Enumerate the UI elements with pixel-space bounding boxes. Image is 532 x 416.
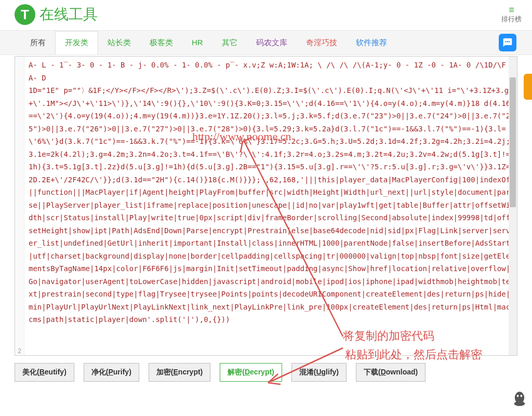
svg-point-1 <box>507 41 509 43</box>
logo-area[interactable]: T 在线工具 <box>15 4 98 25</box>
decrypt-button[interactable]: 解密(Decrypt) <box>220 363 282 382</box>
nav-item[interactable]: 软件推荐 <box>347 32 396 54</box>
line-gutter: 2 <box>15 57 24 355</box>
header: T 在线工具 ≡ 排行榜 <box>0 0 532 30</box>
scrollbar-thumb[interactable] <box>510 77 516 207</box>
rank-label: 排行榜 <box>501 15 522 24</box>
line-number: 2 <box>18 347 21 355</box>
nav-item[interactable]: 码农文库 <box>247 32 297 54</box>
button-row: 美化(Beutify) 净化(Purify) 加密(Encrypt) 解密(De… <box>0 356 532 389</box>
rank-icon: ≡ <box>501 5 522 15</box>
nav-item[interactable]: 所有 <box>21 32 55 54</box>
svg-point-12 <box>514 401 525 406</box>
nav-item[interactable]: 极客类 <box>140 32 182 54</box>
scrollbar-track[interactable] <box>509 57 517 355</box>
beautify-button[interactable]: 美化(Beutify) <box>15 363 74 382</box>
chat-icon[interactable] <box>499 34 516 51</box>
code-content[interactable]: A- L - 1‾- 3- 0 - 1- B - j- 0.0% - 1- 0.… <box>24 57 517 355</box>
nav-item[interactable]: 其它 <box>212 32 247 54</box>
nav-bar: 所有开发类站长类极客类HR其它码农文库奇淫巧技软件推荐 <box>0 30 532 55</box>
svg-point-11 <box>521 395 522 397</box>
svg-point-2 <box>509 41 510 43</box>
nav-item[interactable]: HR <box>182 32 212 54</box>
uglify-button[interactable]: 混淆(Uglify) <box>291 363 347 382</box>
logo-text: 在线工具 <box>39 5 98 24</box>
nav-item[interactable]: 站长类 <box>98 32 140 54</box>
svg-point-0 <box>505 41 507 43</box>
purify-button[interactable]: 净化(Purify) <box>84 363 139 382</box>
nav-item[interactable]: 奇淫巧技 <box>297 32 347 54</box>
rank-link[interactable]: ≡ 排行榜 <box>501 5 522 24</box>
download-button[interactable]: 下载(Download) <box>356 363 425 382</box>
svg-point-10 <box>517 395 518 397</box>
nav-item[interactable]: 开发类 <box>55 31 98 55</box>
qq-icon[interactable] <box>512 391 527 411</box>
side-badge[interactable] <box>524 74 532 100</box>
code-editor[interactable]: 2 A- L - 1‾- 3- 0 - 1- B - j- 0.0% - 1- … <box>15 56 517 356</box>
encrypt-button[interactable]: 加密(Encrypt) <box>149 363 210 382</box>
logo-icon: T <box>15 4 35 25</box>
